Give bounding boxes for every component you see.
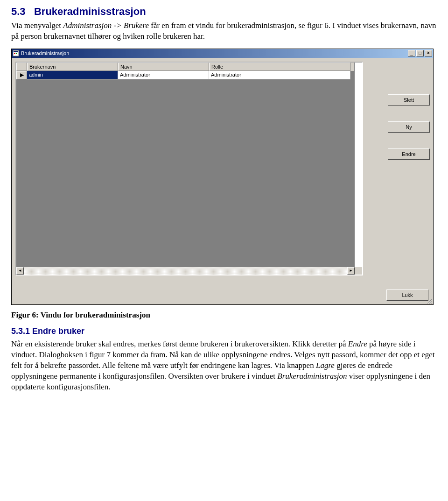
svg-rect-1 bbox=[14, 51, 18, 52]
intro-menu-path: Administrasjon -> Brukere bbox=[63, 21, 149, 30]
grid-header-row: Brukernavn Navn Rolle bbox=[16, 63, 355, 71]
scroll-track[interactable] bbox=[24, 267, 347, 275]
window-name-ref: Brukeradministrasjon bbox=[277, 372, 347, 381]
window-controls: _ □ × bbox=[408, 50, 432, 56]
ny-button[interactable]: Ny bbox=[388, 121, 430, 133]
figure-caption: Figur 6: Vindu for brukeradministrasjon bbox=[11, 310, 437, 320]
svg-rect-2 bbox=[14, 53, 15, 54]
maximize-button[interactable]: □ bbox=[416, 50, 424, 56]
cell-brukernavn[interactable]: admin bbox=[27, 71, 118, 79]
endre-btn-ref: Endre bbox=[348, 339, 367, 348]
lukk-button[interactable]: Lukk bbox=[386, 289, 428, 301]
side-button-column: Slett Ny Endre bbox=[364, 62, 430, 176]
section-heading: 5.3 Brukeradminisstrasjon bbox=[11, 6, 437, 18]
subsection-title: Endre bruker bbox=[32, 326, 84, 336]
close-button[interactable]: × bbox=[425, 50, 432, 56]
endre-text-a: Når en eksisterende bruker skal endres, … bbox=[11, 339, 348, 348]
table-row[interactable]: ▶ admin Administrator Administrator bbox=[16, 71, 355, 79]
grid-corner bbox=[16, 63, 27, 71]
section-number: 5.3 bbox=[11, 6, 26, 17]
endre-bruker-paragraph: Når en eksisterende bruker skal endres, … bbox=[11, 339, 437, 393]
lagre-btn-ref: Lagre bbox=[316, 361, 335, 370]
subsection-heading: 5.3.1 Endre bruker bbox=[11, 326, 437, 336]
svg-rect-3 bbox=[16, 53, 17, 54]
close-icon: × bbox=[427, 51, 430, 56]
maximize-icon: □ bbox=[419, 51, 421, 56]
minimize-button[interactable]: _ bbox=[408, 50, 415, 56]
scroll-corner bbox=[355, 267, 362, 275]
minimize-icon: _ bbox=[410, 51, 413, 56]
intro-paragraph: Via menyvalget Administrasjon -> Brukere… bbox=[11, 21, 437, 42]
cell-rolle[interactable]: Administrator bbox=[209, 71, 350, 79]
vertical-scrollbar[interactable] bbox=[354, 63, 362, 267]
row-marker: ▶ bbox=[16, 71, 27, 79]
bottom-button-row: Lukk bbox=[15, 275, 429, 301]
window-title: Brukeradministrasjon bbox=[21, 50, 69, 56]
col-header-rolle[interactable]: Rolle bbox=[209, 63, 350, 71]
intro-text-a: Via menyvalget bbox=[11, 21, 63, 30]
titlebar: Brukeradministrasjon _ □ × bbox=[12, 49, 433, 58]
app-icon bbox=[13, 50, 19, 56]
screenshot-window: Brukeradministrasjon _ □ × Brukernavn Na… bbox=[11, 49, 434, 305]
scroll-right-button[interactable]: ► bbox=[347, 267, 355, 275]
cell-navn[interactable]: Administrator bbox=[118, 71, 209, 79]
col-header-brukernavn[interactable]: Brukernavn bbox=[27, 63, 118, 71]
client-area: Brukernavn Navn Rolle ▶ admin Administra… bbox=[12, 58, 433, 304]
endre-button[interactable]: Endre bbox=[388, 148, 430, 160]
horizontal-scrollbar[interactable]: ◄ ► bbox=[16, 267, 355, 275]
scroll-left-button[interactable]: ◄ bbox=[16, 267, 24, 275]
resize-grip[interactable] bbox=[426, 297, 433, 304]
col-header-navn[interactable]: Navn bbox=[118, 63, 209, 71]
section-title: Brukeradminisstrasjon bbox=[34, 6, 146, 17]
arrow-right-icon: ► bbox=[349, 268, 353, 273]
subsection-number: 5.3.1 bbox=[11, 326, 30, 336]
user-grid[interactable]: Brukernavn Navn Rolle ▶ admin Administra… bbox=[15, 62, 363, 275]
arrow-left-icon: ◄ bbox=[18, 268, 22, 273]
svg-line-9 bbox=[432, 303, 432, 303]
slett-button[interactable]: Slett bbox=[388, 94, 430, 106]
